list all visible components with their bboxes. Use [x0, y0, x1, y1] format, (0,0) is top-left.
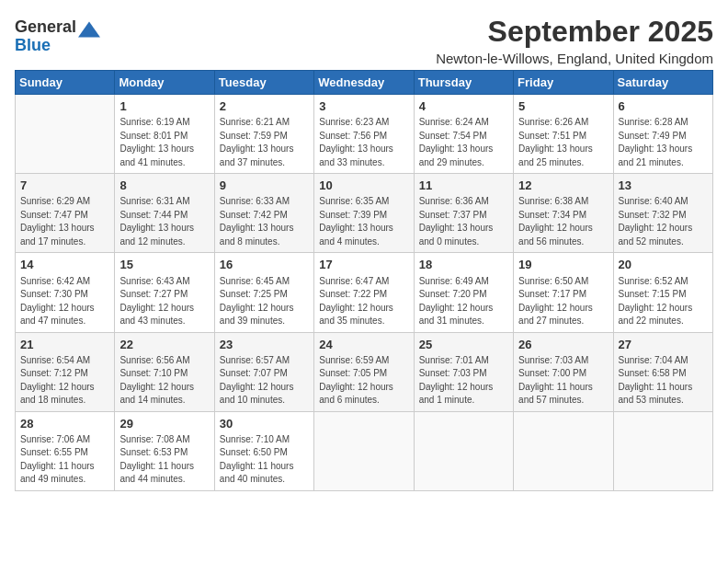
- logo-general: General: [15, 18, 76, 37]
- day-info: Sunrise: 7:06 AM Sunset: 6:55 PM Dayligh…: [20, 433, 109, 487]
- day-info: Sunrise: 6:45 AM Sunset: 7:25 PM Dayligh…: [220, 275, 309, 328]
- calendar-cell: 17Sunrise: 6:47 AM Sunset: 7:22 PM Dayli…: [314, 253, 414, 332]
- day-info: Sunrise: 6:59 AM Sunset: 7:05 PM Dayligh…: [319, 354, 408, 408]
- day-info: Sunrise: 7:04 AM Sunset: 6:58 PM Dayligh…: [619, 354, 708, 408]
- calendar-cell: 20Sunrise: 6:52 AM Sunset: 7:15 PM Dayli…: [613, 253, 712, 332]
- calendar-cell: 15Sunrise: 6:43 AM Sunset: 7:27 PM Dayli…: [115, 253, 214, 332]
- calendar-header-row: SundayMondayTuesdayWednesdayThursdayFrid…: [16, 71, 713, 95]
- day-number: 10: [319, 178, 408, 194]
- day-info: Sunrise: 6:50 AM Sunset: 7:17 PM Dayligh…: [518, 275, 608, 328]
- calendar-cell: 26Sunrise: 7:03 AM Sunset: 7:00 PM Dayli…: [514, 332, 613, 411]
- day-number: 14: [20, 257, 109, 273]
- day-info: Sunrise: 6:31 AM Sunset: 7:44 PM Dayligh…: [119, 195, 209, 248]
- calendar-cell: [314, 411, 414, 490]
- day-number: 19: [518, 257, 608, 273]
- day-number: 18: [419, 257, 508, 273]
- calendar-cell: [514, 411, 613, 490]
- day-number: 27: [619, 337, 708, 353]
- day-info: Sunrise: 6:56 AM Sunset: 7:10 PM Dayligh…: [119, 354, 209, 408]
- month-title: September 2025: [436, 15, 713, 49]
- week-row-2: 7Sunrise: 6:29 AM Sunset: 7:47 PM Daylig…: [16, 174, 713, 253]
- logo-blue: Blue: [15, 37, 51, 55]
- calendar-cell: 22Sunrise: 6:56 AM Sunset: 7:10 PM Dayli…: [115, 332, 214, 411]
- calendar-cell: 7Sunrise: 6:29 AM Sunset: 7:47 PM Daylig…: [16, 174, 115, 253]
- day-number: 12: [518, 178, 608, 194]
- day-number: 23: [220, 337, 309, 353]
- week-row-4: 21Sunrise: 6:54 AM Sunset: 7:12 PM Dayli…: [16, 332, 713, 411]
- day-number: 17: [319, 257, 408, 273]
- calendar-cell: 30Sunrise: 7:10 AM Sunset: 6:50 PM Dayli…: [214, 411, 313, 490]
- day-number: 11: [419, 178, 508, 194]
- day-number: 28: [20, 416, 109, 432]
- calendar-cell: 25Sunrise: 7:01 AM Sunset: 7:03 PM Dayli…: [414, 332, 513, 411]
- calendar-cell: 21Sunrise: 6:54 AM Sunset: 7:12 PM Dayli…: [16, 332, 115, 411]
- day-number: 24: [319, 337, 408, 353]
- day-number: 21: [20, 337, 109, 353]
- calendar-cell: 18Sunrise: 6:49 AM Sunset: 7:20 PM Dayli…: [414, 253, 513, 332]
- day-info: Sunrise: 6:26 AM Sunset: 7:51 PM Dayligh…: [518, 116, 608, 169]
- calendar-cell: 23Sunrise: 6:57 AM Sunset: 7:07 PM Dayli…: [214, 332, 313, 411]
- logo: General Blue: [15, 18, 100, 55]
- calendar-cell: 14Sunrise: 6:42 AM Sunset: 7:30 PM Dayli…: [16, 253, 115, 332]
- header-saturday: Saturday: [613, 71, 712, 95]
- calendar-cell: 19Sunrise: 6:50 AM Sunset: 7:17 PM Dayli…: [514, 253, 613, 332]
- calendar-cell: 2Sunrise: 6:21 AM Sunset: 7:59 PM Daylig…: [214, 95, 313, 174]
- calendar-cell: 5Sunrise: 6:26 AM Sunset: 7:51 PM Daylig…: [514, 95, 613, 174]
- day-number: 5: [518, 98, 608, 115]
- calendar-cell: 27Sunrise: 7:04 AM Sunset: 6:58 PM Dayli…: [613, 332, 712, 411]
- calendar-cell: 8Sunrise: 6:31 AM Sunset: 7:44 PM Daylig…: [115, 174, 214, 253]
- header-sunday: Sunday: [16, 71, 115, 95]
- day-info: Sunrise: 6:23 AM Sunset: 7:56 PM Dayligh…: [319, 116, 408, 169]
- header-tuesday: Tuesday: [214, 71, 313, 95]
- calendar-cell: 29Sunrise: 7:08 AM Sunset: 6:53 PM Dayli…: [115, 411, 214, 490]
- calendar-cell: 12Sunrise: 6:38 AM Sunset: 7:34 PM Dayli…: [514, 174, 613, 253]
- day-number: 1: [119, 98, 209, 115]
- day-info: Sunrise: 6:40 AM Sunset: 7:32 PM Dayligh…: [619, 195, 708, 248]
- day-info: Sunrise: 6:42 AM Sunset: 7:30 PM Dayligh…: [20, 275, 109, 328]
- day-number: 4: [419, 98, 508, 115]
- logo-icon: [78, 21, 100, 38]
- day-info: Sunrise: 6:24 AM Sunset: 7:54 PM Dayligh…: [419, 116, 508, 169]
- day-number: 15: [119, 257, 209, 273]
- calendar-cell: 9Sunrise: 6:33 AM Sunset: 7:42 PM Daylig…: [214, 174, 313, 253]
- day-info: Sunrise: 7:08 AM Sunset: 6:53 PM Dayligh…: [119, 433, 209, 487]
- calendar-cell: 13Sunrise: 6:40 AM Sunset: 7:32 PM Dayli…: [613, 174, 712, 253]
- day-info: Sunrise: 7:03 AM Sunset: 7:00 PM Dayligh…: [518, 354, 608, 408]
- calendar-cell: 28Sunrise: 7:06 AM Sunset: 6:55 PM Dayli…: [16, 411, 115, 490]
- week-row-3: 14Sunrise: 6:42 AM Sunset: 7:30 PM Dayli…: [16, 253, 713, 332]
- day-number: 3: [319, 98, 408, 115]
- day-number: 20: [619, 257, 708, 273]
- day-number: 30: [220, 416, 309, 432]
- calendar-cell: 6Sunrise: 6:28 AM Sunset: 7:49 PM Daylig…: [613, 95, 712, 174]
- day-info: Sunrise: 6:54 AM Sunset: 7:12 PM Dayligh…: [20, 354, 109, 408]
- calendar-cell: 16Sunrise: 6:45 AM Sunset: 7:25 PM Dayli…: [214, 253, 313, 332]
- day-number: 22: [119, 337, 209, 353]
- day-number: 9: [220, 178, 309, 194]
- header-friday: Friday: [514, 71, 613, 95]
- day-number: 26: [518, 337, 608, 353]
- location-title: Newton-le-Willows, England, United Kingd…: [436, 51, 713, 66]
- header-wednesday: Wednesday: [314, 71, 414, 95]
- day-info: Sunrise: 6:28 AM Sunset: 7:49 PM Dayligh…: [619, 116, 708, 169]
- calendar-cell: 4Sunrise: 6:24 AM Sunset: 7:54 PM Daylig…: [414, 95, 513, 174]
- header: General Blue September 2025 Newton-le-Wi…: [15, 15, 713, 66]
- day-info: Sunrise: 6:38 AM Sunset: 7:34 PM Dayligh…: [518, 195, 608, 248]
- calendar-cell: 11Sunrise: 6:36 AM Sunset: 7:37 PM Dayli…: [414, 174, 513, 253]
- day-info: Sunrise: 6:47 AM Sunset: 7:22 PM Dayligh…: [319, 275, 408, 328]
- calendar-cell: [414, 411, 513, 490]
- svg-marker-0: [78, 21, 100, 37]
- day-info: Sunrise: 7:01 AM Sunset: 7:03 PM Dayligh…: [419, 354, 508, 408]
- day-info: Sunrise: 6:19 AM Sunset: 8:01 PM Dayligh…: [119, 116, 209, 169]
- calendar-cell: 1Sunrise: 6:19 AM Sunset: 8:01 PM Daylig…: [115, 95, 214, 174]
- day-info: Sunrise: 7:10 AM Sunset: 6:50 PM Dayligh…: [220, 433, 309, 487]
- calendar-cell: [613, 411, 712, 490]
- day-info: Sunrise: 6:43 AM Sunset: 7:27 PM Dayligh…: [119, 275, 209, 328]
- header-monday: Monday: [115, 71, 214, 95]
- day-number: 29: [119, 416, 209, 432]
- day-info: Sunrise: 6:52 AM Sunset: 7:15 PM Dayligh…: [619, 275, 708, 328]
- calendar-cell: 3Sunrise: 6:23 AM Sunset: 7:56 PM Daylig…: [314, 95, 414, 174]
- day-info: Sunrise: 6:35 AM Sunset: 7:39 PM Dayligh…: [319, 195, 408, 248]
- week-row-5: 28Sunrise: 7:06 AM Sunset: 6:55 PM Dayli…: [16, 411, 713, 490]
- day-info: Sunrise: 6:49 AM Sunset: 7:20 PM Dayligh…: [419, 275, 508, 328]
- calendar-cell: [16, 95, 115, 174]
